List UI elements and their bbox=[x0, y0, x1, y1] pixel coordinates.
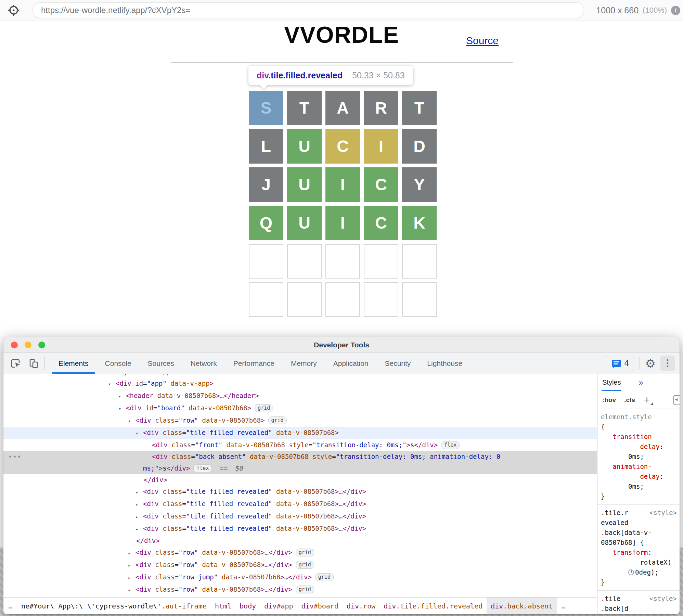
more-tabs-chevron[interactable]: » bbox=[639, 378, 643, 387]
settings-gear-icon[interactable]: ⚙ bbox=[645, 358, 656, 369]
info-icon[interactable]: i bbox=[671, 6, 680, 15]
style-source-link[interactable]: <style> bbox=[649, 594, 677, 604]
style-line[interactable]: 0ms; bbox=[597, 452, 680, 462]
style-line[interactable]: delay: bbox=[597, 472, 680, 482]
new-style-rule-button[interactable]: + bbox=[644, 395, 650, 405]
close-window-button[interactable] bbox=[11, 342, 18, 348]
issues-counter-button[interactable]: 4 bbox=[607, 356, 634, 371]
dom-tree-line[interactable]: ▾<div class="tile filled revealed" data-… bbox=[3, 427, 597, 439]
style-line[interactable]: { bbox=[597, 422, 680, 432]
style-rule-section[interactable]: .tile<style>.back[d bbox=[597, 591, 680, 614]
dom-tree-line[interactable]: </div> bbox=[3, 474, 597, 486]
devtools-window: Developer Tools ElementsConsoleSourcesNe… bbox=[3, 337, 680, 614]
minimize-window-button[interactable] bbox=[25, 342, 31, 348]
style-line[interactable]: .back[d bbox=[597, 604, 680, 614]
expanded-arrow-icon[interactable]: ▾ bbox=[118, 403, 126, 414]
dom-tree-line[interactable]: </div> bbox=[3, 535, 597, 547]
collapsed-arrow-icon[interactable]: ▸ bbox=[136, 511, 143, 523]
expanded-arrow-icon[interactable]: ▾ bbox=[128, 415, 136, 427]
style-line[interactable]: 0ms; bbox=[597, 482, 680, 491]
style-line[interactable]: 0deg); bbox=[597, 567, 680, 577]
style-line[interactable]: .back[data-v- bbox=[597, 528, 680, 538]
styles-toolbar: :hov .cls + bbox=[597, 391, 680, 409]
breadcrumb-item[interactable]: div.row bbox=[343, 598, 379, 615]
style-rule-section[interactable]: element.style{ transition- delay: 0ms; a… bbox=[597, 409, 680, 505]
devtools-tab-console[interactable]: Console bbox=[97, 353, 140, 374]
selector-playground-icon[interactable] bbox=[8, 4, 20, 18]
style-line[interactable]: transition- bbox=[597, 432, 680, 442]
breadcrumb-item[interactable]: ne#Your\ App\:\ \'cypress-wordle\'.aut-i… bbox=[17, 598, 211, 615]
board-tile: L bbox=[249, 129, 283, 164]
dom-tree-line[interactable]: <body data-v-app> bbox=[3, 374, 597, 377]
dom-tree-line[interactable]: ▸<div class="row" data-v-08507b68>…</div… bbox=[3, 583, 597, 596]
style-line[interactable]: transform: bbox=[597, 548, 680, 557]
tab-styles[interactable]: Styles bbox=[602, 374, 621, 391]
collapsed-arrow-icon[interactable]: ▸ bbox=[128, 547, 136, 559]
line-options-dots[interactable]: ••• bbox=[8, 451, 22, 462]
devtools-tab-sources[interactable]: Sources bbox=[140, 353, 182, 374]
board-tile bbox=[249, 282, 283, 317]
collapsed-arrow-icon[interactable]: ▸ bbox=[136, 499, 143, 510]
angle-swatch-icon[interactable] bbox=[628, 569, 634, 575]
devtools-tab-lighthouse[interactable]: Lighthouse bbox=[419, 353, 471, 374]
computed-sidebar-icon[interactable] bbox=[673, 395, 680, 405]
style-line[interactable]: animation- bbox=[597, 462, 680, 472]
style-line[interactable]: element.style bbox=[597, 412, 680, 422]
devtools-tab-application[interactable]: Application bbox=[325, 353, 377, 374]
breadcrumb-overflow-right[interactable]: … bbox=[557, 602, 570, 610]
style-line[interactable]: } bbox=[597, 491, 680, 501]
device-toolbar-icon[interactable] bbox=[28, 358, 39, 369]
expanded-arrow-icon[interactable]: ▾ bbox=[136, 427, 143, 439]
devtools-tab-security[interactable]: Security bbox=[376, 353, 419, 374]
dom-tree-line[interactable]: ▸<div class="tile filled revealed" data-… bbox=[3, 523, 597, 535]
element-classes-button[interactable]: .cls bbox=[624, 396, 635, 404]
devtools-tab-memory[interactable]: Memory bbox=[283, 353, 325, 374]
style-source-link[interactable]: <style> bbox=[649, 508, 677, 518]
dom-tree-line[interactable]: ▸<div class="row jump" data-v-08507b68>…… bbox=[3, 571, 597, 583]
dom-tree-line[interactable]: ms;">s</div>flex == $0 bbox=[3, 462, 597, 474]
inspect-element-icon[interactable] bbox=[10, 358, 21, 369]
source-link[interactable]: Source bbox=[466, 35, 499, 47]
url-text: https://vue-wordle.netlify.app/?cXVpY2s= bbox=[41, 5, 190, 15]
devtools-tab-elements[interactable]: Elements bbox=[50, 353, 97, 374]
style-line[interactable]: delay: bbox=[597, 442, 680, 452]
breadcrumb-item[interactable]: body bbox=[235, 598, 260, 615]
dom-tree-line[interactable]: ▸<div class="tile filled revealed" data-… bbox=[3, 498, 597, 510]
style-line[interactable]: evealed bbox=[597, 518, 680, 528]
breadcrumb-item[interactable]: div.tile.filled.revealed bbox=[379, 598, 487, 615]
expanded-arrow-icon[interactable]: ▾ bbox=[108, 378, 116, 390]
breadcrumb-item[interactable]: div#app bbox=[260, 598, 297, 615]
dom-tree-line[interactable]: ▸<div class="tile filled revealed" data-… bbox=[3, 510, 597, 523]
toggle-element-state-button[interactable]: :hov bbox=[602, 396, 616, 404]
devtools-tab-performance[interactable]: Performance bbox=[225, 353, 283, 374]
dom-tree-line[interactable]: ▾<div id="board" data-v-08507b68>grid bbox=[3, 402, 597, 414]
collapsed-arrow-icon[interactable]: ▸ bbox=[128, 584, 136, 596]
breadcrumb-item[interactable]: html bbox=[211, 598, 235, 615]
style-line[interactable]: .tile.r<style> bbox=[597, 508, 680, 518]
dom-tree-line[interactable]: ▾<div class="row" data-v-08507b68>grid bbox=[3, 414, 597, 427]
style-line[interactable]: .tile<style> bbox=[597, 594, 680, 604]
breadcrumb-item[interactable]: div#board bbox=[297, 598, 343, 615]
dom-tree-line[interactable]: ▸<div class="tile filled revealed" data-… bbox=[3, 486, 597, 498]
collapsed-arrow-icon[interactable]: ▸ bbox=[128, 572, 136, 583]
devtools-tab-network[interactable]: Network bbox=[182, 353, 225, 374]
dom-tree-line[interactable]: <div class="front" data-v-08507b68 style… bbox=[3, 439, 597, 451]
collapsed-arrow-icon[interactable]: ▸ bbox=[128, 560, 136, 571]
dom-tree-line[interactable]: •••<div class="back absent" data-v-08507… bbox=[3, 451, 597, 462]
url-input[interactable]: https://vue-wordle.netlify.app/?cXVpY2s= bbox=[33, 2, 584, 18]
style-line[interactable]: rotateX( bbox=[597, 557, 680, 567]
style-rule-section[interactable]: .tile.r<style>evealed.back[data-v-08507b… bbox=[597, 505, 680, 591]
collapsed-arrow-icon[interactable]: ▸ bbox=[136, 523, 143, 535]
dom-tree-line[interactable]: ▾<div id="app" data-v-app> bbox=[3, 377, 597, 390]
dom-tree-line[interactable]: ▸<header data-v-08507b68>…</header> bbox=[3, 390, 597, 402]
breadcrumb-item[interactable]: div.back.absent bbox=[487, 598, 557, 615]
devtools-menu-button[interactable]: ⋮ bbox=[660, 356, 675, 371]
breadcrumb-overflow-left[interactable]: … bbox=[3, 602, 17, 610]
style-line[interactable]: 08507b68] { bbox=[597, 538, 680, 548]
dom-tree-line[interactable]: ▸<div class="row" data-v-08507b68>…</div… bbox=[3, 559, 597, 571]
dom-tree-line[interactable]: ▸<div class="row" data-v-08507b68>…</div… bbox=[3, 547, 597, 559]
maximize-window-button[interactable] bbox=[38, 342, 45, 348]
collapsed-arrow-icon[interactable]: ▸ bbox=[118, 390, 126, 402]
style-line[interactable]: } bbox=[597, 577, 680, 587]
collapsed-arrow-icon[interactable]: ▸ bbox=[136, 486, 143, 498]
